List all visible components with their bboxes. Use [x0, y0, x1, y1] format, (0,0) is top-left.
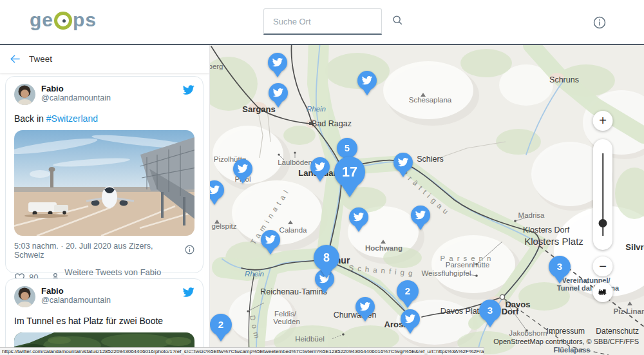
cluster-marker[interactable]: 3	[549, 256, 571, 278]
panel-header: Tweet	[0, 45, 209, 73]
map-label: Weissfluhgipfel	[421, 269, 471, 277]
tweet-marker[interactable]	[393, 153, 413, 172]
zoom-out-button[interactable]: −	[593, 256, 613, 276]
tweet-text: Im Tunnel es hat Platz für zwei Boote	[14, 315, 194, 327]
map-label: Davos Platz	[440, 307, 484, 316]
twitter-bird-icon	[415, 209, 426, 220]
map-label: Piz Linard	[614, 307, 644, 315]
map-label: Parsennhütte	[446, 261, 489, 269]
datenschutz-link[interactable]: Datenschutz	[596, 327, 639, 336]
map-label: Bad Ragaz	[312, 119, 352, 128]
cluster-count: 3	[557, 261, 563, 273]
twitter-bird-icon	[361, 75, 372, 86]
twitter-bird-icon	[265, 234, 276, 245]
twitter-bird-icon	[209, 184, 220, 195]
map-label: Schiers	[417, 155, 444, 164]
copyright-text: OpenStreetMap contributors, © SBB/CFF/FF…	[493, 338, 639, 345]
tweet-photo-airport[interactable]	[14, 130, 194, 236]
train-layer-button[interactable]	[593, 282, 613, 302]
map-label: Veulden	[273, 318, 300, 325]
panel-title: Tweet	[29, 54, 52, 64]
app-header: geps	[0, 0, 644, 45]
search-box	[263, 8, 382, 35]
map-label: berg	[209, 62, 223, 70]
zoom-in-button[interactable]: +	[593, 111, 613, 131]
twitter-bird-icon	[404, 313, 415, 324]
back-arrow-icon[interactable]	[9, 53, 21, 65]
map-label: Rhein	[245, 270, 264, 278]
browser-status-bar: https://twitter.com/calandamountain/stat…	[0, 347, 484, 355]
search-icon[interactable]	[392, 14, 403, 28]
cluster-count: 8	[323, 251, 330, 265]
tweet-marker[interactable]	[269, 83, 288, 102]
map-canvas[interactable]: bergSargansRheinBad RagazSchrunsSchesapl…	[209, 45, 644, 355]
tweet-marker[interactable]	[357, 71, 377, 90]
tweet-marker[interactable]	[261, 230, 280, 249]
logo-text-ps: ps	[73, 9, 97, 31]
map-label: gelspitz	[212, 222, 237, 230]
cluster-marker[interactable]: 8	[314, 245, 339, 271]
map-label: Klosters Dorf	[523, 225, 569, 235]
map-label: Feldis/	[274, 310, 296, 318]
map-attribution: Impressum Datenschutz OpenStreetMap cont…	[493, 327, 639, 345]
twitter-bird-icon[interactable]	[182, 84, 194, 96]
cluster-marker[interactable]: 17	[334, 157, 365, 187]
tweet-marker[interactable]	[233, 159, 252, 178]
twitter-bird-icon	[272, 87, 283, 98]
tweet-marker[interactable]	[349, 207, 368, 227]
map-label: Reichenau-Tamins	[260, 287, 327, 296]
tweet-hashtag-link[interactable]: #Switzerland	[46, 113, 98, 124]
info-button[interactable]	[593, 16, 606, 29]
map-label: Schruns	[549, 75, 579, 84]
twitter-bird-icon[interactable]	[182, 286, 194, 298]
map-label: Heidbüel	[295, 335, 324, 343]
zoom-slider-handle[interactable]	[599, 219, 607, 227]
cluster-marker[interactable]: 2	[210, 314, 232, 336]
tweet-marker[interactable]	[209, 180, 224, 200]
cluster-count: 2	[405, 285, 411, 297]
map-label: Dorf	[502, 307, 519, 316]
twitter-bird-icon	[272, 57, 283, 68]
logo-o-ring-icon	[54, 12, 72, 30]
map-label: Rhein	[307, 105, 326, 113]
tweet-info-icon[interactable]	[185, 245, 194, 256]
cluster-count: 3	[488, 305, 493, 316]
map-label: Silvretta	[625, 242, 644, 252]
twitter-bird-icon	[397, 157, 408, 168]
map-overlay: bergSargansRheinBad RagazSchrunsSchesapl…	[209, 45, 644, 355]
map-label: Sargans	[242, 104, 275, 114]
map-label: Dom	[249, 314, 262, 343]
cluster-marker[interactable]: 3	[479, 300, 501, 321]
twitter-bird-icon	[353, 211, 364, 222]
tweet-panel: Tweet Fabio @calandamountain Back in #Sw…	[0, 45, 210, 355]
search-input[interactable]	[264, 17, 392, 26]
map-label: Schanfigg	[348, 264, 417, 277]
tweet-marker[interactable]	[411, 206, 430, 225]
tweet-text-plain: Back in	[14, 113, 46, 124]
tweet-text: Back in #Switzerland	[14, 113, 194, 124]
tweet-author-name[interactable]: Fabio	[41, 84, 182, 93]
geops-logo[interactable]: geps	[30, 9, 97, 31]
twitter-bird-icon	[314, 161, 325, 172]
impressum-link[interactable]: Impressum	[547, 327, 585, 336]
tweet-marker[interactable]	[268, 53, 287, 72]
logo-text-ge: ge	[30, 9, 53, 31]
tweet-card: Fabio @calandamountain Back in #Switzerl…	[5, 76, 204, 273]
map-label: Madrisa	[518, 211, 545, 219]
zoom-slider[interactable]	[593, 139, 612, 250]
avatar[interactable]	[14, 286, 35, 307]
train-icon	[598, 287, 609, 298]
tweet-marker[interactable]	[355, 297, 375, 316]
tweet-author-handle[interactable]: @calandamountain	[41, 296, 182, 305]
tweet-marker[interactable]	[401, 309, 420, 329]
cluster-marker[interactable]: 2	[397, 280, 419, 302]
avatar[interactable]	[14, 84, 35, 105]
tweet-marker[interactable]	[310, 157, 330, 177]
tweet-author-name[interactable]: Fabio	[41, 286, 182, 296]
cluster-count: 2	[218, 319, 224, 331]
cluster-marker[interactable]: 5	[337, 138, 357, 158]
tweet-author-handle[interactable]: @calandamountain	[41, 93, 182, 103]
map-label: Hochwang	[365, 244, 402, 252]
map-label: Laulböden	[278, 158, 312, 166]
cluster-count: 17	[342, 164, 357, 180]
